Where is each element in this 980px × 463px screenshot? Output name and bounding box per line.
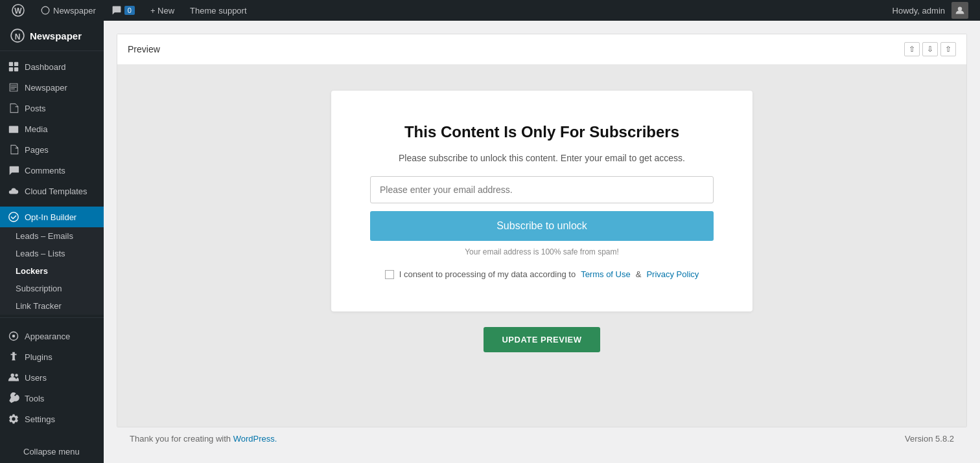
subscribe-button[interactable]: Subscribe to unlock bbox=[370, 211, 714, 241]
email-input[interactable] bbox=[370, 176, 714, 203]
sidebar-item-posts[interactable]: Posts bbox=[0, 98, 104, 119]
preview-ctrl-up[interactable]: ⇧ bbox=[904, 42, 920, 56]
new-content-link[interactable]: + New bbox=[144, 0, 181, 21]
and-label: & bbox=[636, 269, 642, 279]
footer-credit: Thank you for creating with WordPress. bbox=[130, 434, 277, 444]
consent-row: I consent to processing of my data accor… bbox=[370, 269, 714, 279]
svg-point-11 bbox=[12, 335, 16, 338]
sidebar-item-cloud-templates[interactable]: Cloud Templates bbox=[0, 181, 104, 201]
optin-icon bbox=[8, 211, 19, 223]
avatar bbox=[951, 2, 968, 19]
sidebar-item-comments[interactable]: Comments bbox=[0, 160, 104, 181]
subscriber-card: This Content Is Only For Subscribers Ple… bbox=[331, 91, 752, 311]
newspaper-icon bbox=[8, 82, 19, 93]
page-footer: Thank you for creating with WordPress. V… bbox=[117, 427, 967, 450]
preview-controls: ⇧ ⇩ ⇧ bbox=[904, 42, 956, 56]
sidebar-sub-subscription[interactable]: Subscription bbox=[0, 280, 104, 297]
site-name-link[interactable]: Newspaper bbox=[34, 0, 102, 21]
admin-bar: W Newspaper 0 + New Theme support Howdy,… bbox=[0, 0, 980, 21]
tools-icon bbox=[8, 392, 19, 404]
sidebar: N Newspaper Dashboard Newspaper Posts bbox=[0, 21, 104, 463]
settings-icon bbox=[8, 413, 19, 425]
svg-rect-5 bbox=[9, 62, 13, 66]
preview-body: This Content Is Only For Subscribers Ple… bbox=[117, 65, 966, 427]
sidebar-bottom-nav: Appearance Plugins Users Tools bbox=[0, 321, 104, 435]
sidebar-item-settings[interactable]: Settings bbox=[0, 409, 104, 429]
comment-count: 0 bbox=[124, 6, 135, 15]
sidebar-divider bbox=[0, 317, 104, 318]
sidebar-item-tools[interactable]: Tools bbox=[0, 388, 104, 409]
posts-icon bbox=[8, 102, 19, 114]
sidebar-item-opt-in-builder[interactable]: Opt-In Builder bbox=[0, 207, 104, 227]
media-icon bbox=[8, 123, 19, 135]
sidebar-sub-leads-emails[interactable]: Leads – Emails bbox=[0, 227, 104, 245]
sidebar-sub-leads-lists[interactable]: Leads – Lists bbox=[0, 245, 104, 262]
sidebar-logo[interactable]: N Newspaper bbox=[0, 21, 104, 51]
cloud-icon bbox=[8, 185, 19, 197]
appearance-icon bbox=[8, 330, 19, 342]
sidebar-item-newspaper[interactable]: Newspaper bbox=[0, 77, 104, 98]
users-icon bbox=[8, 372, 19, 383]
svg-rect-6 bbox=[14, 62, 18, 66]
opt-in-submenu: Leads – Emails Leads – Lists Lockers Sub… bbox=[0, 227, 104, 315]
sidebar-item-appearance[interactable]: Appearance bbox=[0, 326, 104, 346]
subscriber-heading: This Content Is Only For Subscribers bbox=[370, 123, 714, 141]
consent-text: I consent to processing of my data accor… bbox=[399, 269, 576, 279]
preview-panel: Preview ⇧ ⇩ ⇧ This Content Is Only For S… bbox=[117, 34, 967, 427]
comments-icon bbox=[8, 164, 19, 176]
terms-link[interactable]: Terms of Use bbox=[581, 269, 631, 279]
svg-point-12 bbox=[11, 374, 14, 377]
sidebar-item-dashboard[interactable]: Dashboard bbox=[0, 56, 104, 77]
main-content: Preview ⇧ ⇩ ⇧ This Content Is Only For S… bbox=[104, 21, 980, 463]
consent-checkbox[interactable] bbox=[385, 270, 394, 279]
spam-note: Your email address is 100% safe from spa… bbox=[370, 247, 714, 256]
sidebar-sub-link-tracker[interactable]: Link Tracker bbox=[0, 297, 104, 315]
svg-rect-8 bbox=[14, 67, 18, 71]
theme-support-link[interactable]: Theme support bbox=[183, 0, 253, 21]
svg-point-2 bbox=[958, 6, 962, 10]
howdy-user[interactable]: Howdy, admin bbox=[886, 0, 975, 21]
update-preview-button[interactable]: UPDATE PREVIEW bbox=[484, 327, 600, 352]
version-label: Version 5.8.2 bbox=[905, 434, 954, 444]
svg-text:W: W bbox=[14, 6, 22, 16]
sidebar-main-nav: Dashboard Newspaper Posts Media bbox=[0, 51, 104, 207]
wordpress-link[interactable]: WordPress. bbox=[233, 434, 277, 444]
svg-point-13 bbox=[15, 374, 18, 377]
svg-text:N: N bbox=[15, 32, 21, 41]
plugins-icon bbox=[8, 351, 19, 363]
comments-link[interactable]: 0 bbox=[105, 0, 141, 21]
collapse-menu-button[interactable]: Collapse menu bbox=[0, 440, 104, 463]
sidebar-item-users[interactable]: Users bbox=[0, 367, 104, 388]
dashboard-icon bbox=[8, 61, 19, 73]
preview-header: Preview ⇧ ⇩ ⇧ bbox=[117, 34, 966, 65]
sidebar-sub-lockers[interactable]: Lockers bbox=[0, 262, 104, 280]
pages-icon bbox=[8, 144, 19, 155]
svg-rect-7 bbox=[9, 67, 13, 71]
privacy-link[interactable]: Privacy Policy bbox=[646, 269, 699, 279]
update-preview-wrap: UPDATE PREVIEW bbox=[484, 327, 600, 352]
sidebar-item-plugins[interactable]: Plugins bbox=[0, 346, 104, 367]
sidebar-item-media[interactable]: Media bbox=[0, 119, 104, 139]
svg-point-10 bbox=[9, 212, 18, 221]
sidebar-item-pages[interactable]: Pages bbox=[0, 139, 104, 160]
preview-ctrl-expand[interactable]: ⇧ bbox=[940, 42, 956, 56]
wp-logo-link[interactable]: W bbox=[5, 0, 31, 21]
subscriber-description: Please subscribe to unlock this content.… bbox=[370, 153, 714, 163]
preview-title: Preview bbox=[128, 44, 160, 54]
preview-ctrl-down[interactable]: ⇩ bbox=[922, 42, 938, 56]
